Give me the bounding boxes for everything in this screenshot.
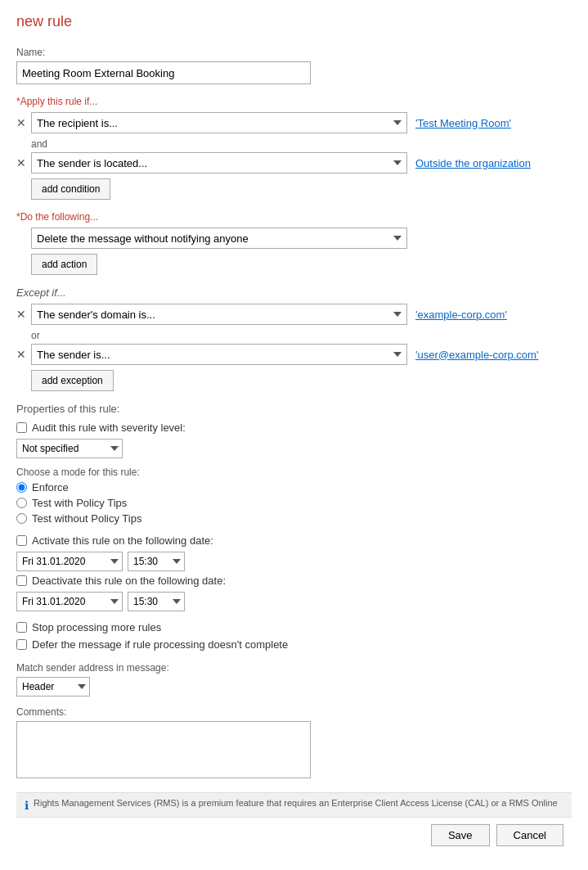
activate-checkbox-row: Activate this rule on the following date… (16, 534, 572, 547)
remove-condition-1-btn[interactable]: ✕ (16, 117, 31, 128)
except-section: Except if... ✕ The sender's domain is...… (16, 286, 572, 391)
add-exception-btn[interactable]: add exception (31, 370, 114, 391)
exception-row-2: ✕ The sender is... 'user@example-corp.co… (16, 344, 572, 365)
save-button[interactable]: Save (431, 824, 490, 846)
do-heading: *Do the following... (16, 211, 572, 223)
stop-row: Stop processing more rules (16, 621, 572, 633)
exception-2-select[interactable]: The sender is... (31, 344, 407, 365)
action-select[interactable]: Delete the message without notifying any… (31, 228, 407, 249)
properties-section: Properties of this rule: Audit this rule… (16, 403, 572, 781)
deactivate-label: Deactivate this rule on the following da… (32, 575, 226, 587)
mode-enforce-row: Enforce (16, 481, 572, 494)
add-condition-btn[interactable]: add condition (31, 178, 110, 200)
comments-label: Comments: (16, 706, 572, 718)
mode-label: Choose a mode for this rule: (16, 467, 572, 478)
match-label: Match sender address in message: (16, 662, 572, 674)
deactivate-date-select[interactable]: Fri 31.01.2020 (16, 592, 123, 611)
add-action-btn[interactable]: add action (31, 254, 97, 275)
defer-label: Defer the message if rule processing doe… (32, 638, 288, 651)
mode-test-no-policy-label: Test without Policy Tips (32, 512, 141, 525)
or-label: or (31, 330, 572, 341)
except-heading: Except if... (16, 286, 572, 299)
mode-test-no-policy-radio[interactable] (16, 513, 27, 524)
apply-section: *Apply this rule if... ✕ The recipient i… (16, 96, 572, 200)
name-section: Name: (16, 47, 572, 84)
defer-row: Defer the message if rule processing doe… (16, 638, 572, 651)
name-input[interactable] (16, 61, 311, 84)
mode-test-no-policy-row: Test without Policy Tips (16, 512, 572, 525)
activate-checkbox[interactable] (16, 535, 27, 546)
deactivate-checkbox-row: Deactivate this rule on the following da… (16, 575, 572, 587)
audit-row: Audit this rule with severity level: (16, 421, 572, 434)
comments-textarea[interactable] (16, 721, 311, 778)
exception-2-value[interactable]: 'user@example-corp.com' (415, 349, 538, 361)
stop-checkbox[interactable] (16, 622, 27, 633)
stop-label: Stop processing more rules (32, 621, 161, 633)
defer-checkbox[interactable] (16, 639, 27, 650)
mode-test-policy-radio[interactable] (16, 498, 27, 508)
condition-row-1: ✕ The recipient is... 'Test Meeting Room… (16, 112, 572, 133)
action-row: Delete the message without notifying any… (16, 228, 572, 249)
activate-date-select[interactable]: Fri 31.01.2020 (16, 552, 123, 571)
condition-row-2: ✕ The sender is located... Outside the o… (16, 152, 572, 174)
condition-2-select[interactable]: The sender is located... (31, 152, 407, 174)
severity-row: Not specified (16, 439, 572, 458)
page-title: new rule (16, 13, 572, 30)
deactivate-date-row: Fri 31.01.2020 15:30 (16, 592, 572, 611)
comments-section: Comments: (16, 706, 572, 781)
mode-enforce-label: Enforce (32, 481, 69, 494)
activate-date-row: Fri 31.01.2020 15:30 (16, 552, 572, 571)
properties-heading: Properties of this rule: (16, 403, 572, 415)
footer-text: Rights Management Services (RMS) is a pr… (34, 798, 558, 808)
remove-exception-2-btn[interactable]: ✕ (16, 349, 31, 360)
match-section: Match sender address in message: Header (16, 662, 572, 696)
cancel-button[interactable]: Cancel (496, 824, 563, 846)
audit-label: Audit this rule with severity level: (32, 421, 186, 434)
remove-exception-1-btn[interactable]: ✕ (16, 309, 31, 320)
activate-time-select[interactable]: 15:30 (128, 552, 185, 571)
deactivate-checkbox[interactable] (16, 575, 27, 586)
apply-heading: *Apply this rule if... (16, 96, 572, 107)
remove-condition-2-btn[interactable]: ✕ (16, 157, 31, 169)
and-label: and (31, 138, 572, 150)
action-buttons-bar: Save Cancel (16, 817, 572, 853)
mode-test-policy-row: Test with Policy Tips (16, 497, 572, 509)
activate-label: Activate this rule on the following date… (32, 534, 213, 547)
condition-1-value[interactable]: 'Test Meeting Room' (415, 117, 511, 129)
footer-info: ℹ Rights Management Services (RMS) is a … (16, 792, 572, 817)
name-label: Name: (16, 47, 572, 58)
condition-1-select[interactable]: The recipient is... (31, 112, 407, 133)
severity-select[interactable]: Not specified (16, 439, 123, 458)
exception-1-select[interactable]: The sender's domain is... (31, 304, 407, 325)
match-select[interactable]: Header (16, 677, 90, 696)
exception-row-1: ✕ The sender's domain is... 'example-cor… (16, 304, 572, 325)
condition-2-value[interactable]: Outside the organization (415, 157, 531, 169)
mode-test-policy-label: Test with Policy Tips (32, 497, 127, 509)
mode-enforce-radio[interactable] (16, 482, 27, 493)
mode-section: Choose a mode for this rule: Enforce Tes… (16, 467, 572, 525)
do-section: *Do the following... Delete the message … (16, 211, 572, 275)
info-icon: ℹ (25, 799, 29, 812)
audit-checkbox[interactable] (16, 422, 27, 433)
deactivate-time-select[interactable]: 15:30 (128, 592, 185, 611)
exception-1-value[interactable]: 'example-corp.com' (415, 309, 507, 321)
